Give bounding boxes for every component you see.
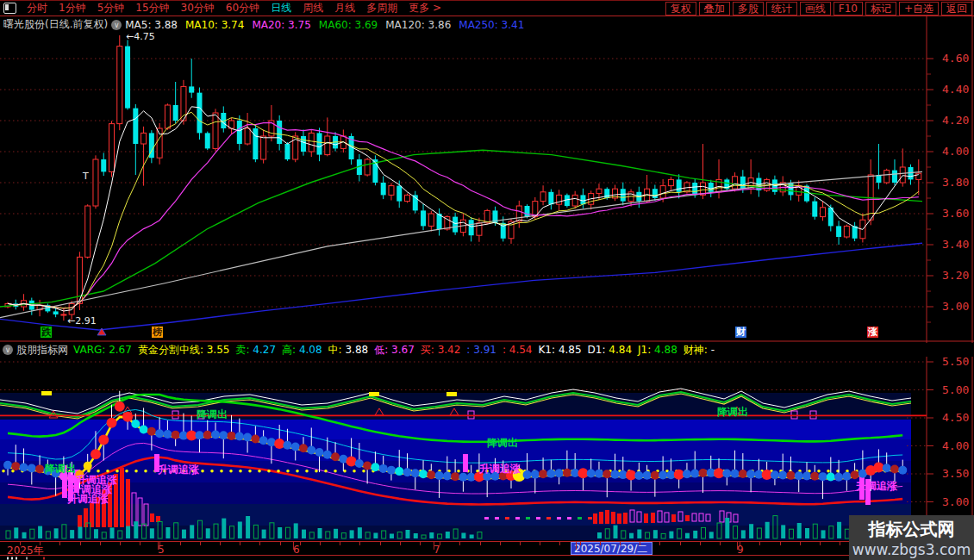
price-label: 4.40 [942,83,969,96]
x-axis-tick [480,542,481,545]
candle-up [85,206,91,257]
golden-mid-dot [362,470,365,473]
indicator-dot [634,471,643,480]
x-axis-tick [400,542,401,545]
indicator-header: ∨ 股朋指标网 VARG: 2.67黄金分割中线: 3.55卖: 4.27高: … [0,343,974,357]
candle-down [125,47,130,109]
indicator-dot [403,468,412,476]
indicator-source: 股朋指标网 [16,343,68,358]
candle-up [428,214,434,226]
indicator-dot [140,425,148,433]
indicator-dot [834,473,843,482]
indicator-dot [355,459,364,468]
chart-badge-3[interactable]: 涨 [867,327,878,338]
vol-bar-cyan [78,527,82,539]
indicator-dot [163,430,172,439]
mid-bar-red [126,479,130,527]
candle-down [453,217,458,233]
dash-mark [536,517,540,520]
golden-mid-dot [315,470,318,473]
indicator-dot [251,434,259,443]
vol-bar-cyan [390,534,394,539]
x-axis-tick [540,542,540,545]
dash-mark [495,517,499,520]
candle-up [325,136,330,155]
vol-bar-cyan [134,521,138,538]
golden-mid-dot [324,470,328,473]
price-label: 3.40 [942,238,969,251]
vol-bar-cyan [805,528,809,538]
indicator-dot [731,470,740,478]
candle-down [709,183,714,192]
dash-mark [546,517,551,520]
indicator-dot [523,470,532,479]
vol-bar-cyan [38,526,42,538]
chart-badge-1[interactable]: 榜 [152,327,163,338]
golden-mid-dot [267,470,271,473]
indicator-dot [274,439,284,449]
time-axis[interactable]: 2025/07/29/二 2025年5679 [0,541,974,556]
candle-down [205,133,210,148]
candle-down [677,179,682,191]
indicator-dot [35,464,44,473]
yellow-mark [369,392,379,396]
indicator-dot [539,470,547,478]
x-axis-tick [559,542,560,545]
x-axis-tick [80,542,81,545]
indicator-dot [563,469,571,477]
indicator-dot [20,463,28,471]
indicator-item-2: 卖: 4.27 [235,344,276,356]
vol-bar-cyan [294,523,298,538]
indicator-dot [419,470,428,478]
candle-up [540,192,546,202]
indicator-dot [259,436,268,445]
candle-up [916,173,921,179]
candle-down [253,128,258,159]
indicator-dot [651,471,659,480]
indicator-dot [291,442,300,451]
chevron-down-icon[interactable]: ∨ [3,345,13,355]
dash-mark [526,517,530,520]
indicator-item-0: VARG: 2.67 [73,344,132,356]
golden-mid-dot [210,470,214,473]
indicator-dot [451,472,459,481]
candle-down [469,220,474,235]
x-axis-label-3: 7 [434,544,440,556]
vol-bar-cyan [350,530,354,538]
candle-up [141,133,147,144]
candle-down [101,159,106,171]
golden-mid-dot [134,470,138,473]
candle-down [836,226,841,237]
indicator-dot [555,469,564,477]
vol-bar-cyan [669,532,673,538]
x-axis-tick [200,542,201,545]
signal-label-7: 升调追涨 [479,462,521,476]
x-axis-tick [520,542,521,545]
signal-label-6: 降调出 [487,436,518,451]
golden-mid-dot [248,470,252,473]
vol-bar-cyan [70,530,74,538]
mid-bar-red [644,513,648,523]
indicator-item-10: D1: 4.84 [588,344,632,356]
chart-badge-0[interactable]: 跌 [41,327,52,338]
candle-up [165,105,170,128]
indicator-dot [626,470,636,481]
indicator-dot [219,431,228,439]
candle-up [261,136,266,159]
vol-bar-cyan [797,523,802,538]
indicator-dot [459,473,467,482]
mid-bar-red [156,516,160,522]
chart-badge-2[interactable]: 财 [735,327,746,338]
indicator-dot [810,472,819,481]
candle-down [317,133,322,154]
panel-bg-band-1 [0,439,911,461]
mid-bar-red [605,510,609,524]
indicator-dot [243,433,252,442]
watermark-title: 指标公式网 [849,518,974,541]
golden-mid-dot [296,470,299,473]
indicator-values: VARG: 2.67黄金分割中线: 3.55卖: 4.27高: 4.08中: 3… [73,343,721,358]
indicator-item-3: 高: 4.08 [282,344,322,356]
indicator-dot [323,451,332,459]
candle-up [821,208,826,217]
vol-bar-cyan [262,530,266,538]
